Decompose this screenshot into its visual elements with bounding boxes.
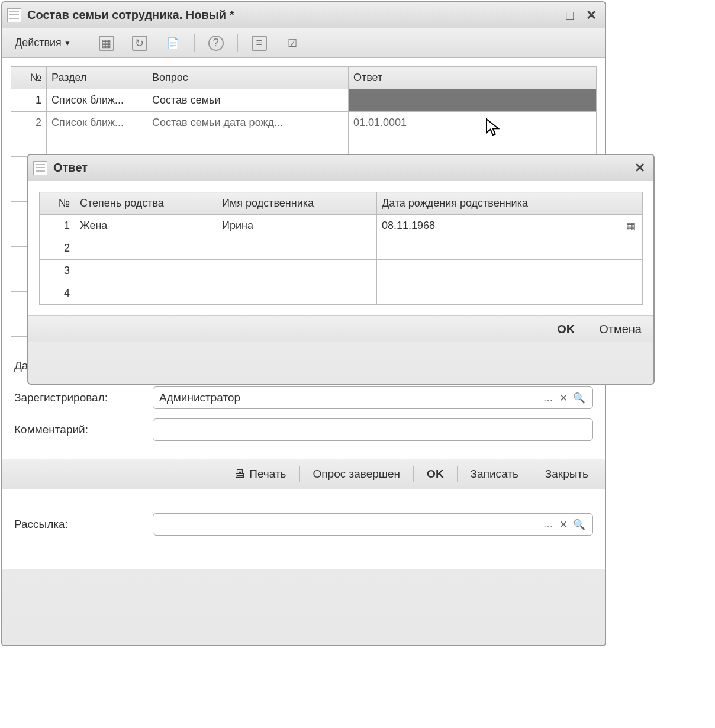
cell-answer: 01.01.0001 (349, 112, 597, 134)
dialog-content: № Степень родства Имя родственника Дата … (28, 181, 653, 315)
print-button[interactable]: 🖶 Печать (227, 465, 293, 483)
search-icon[interactable]: 🔍 (571, 392, 587, 404)
main-title: Состав семьи сотрудника. Новый * (27, 8, 540, 22)
cell-name[interactable]: Ирина (217, 215, 377, 237)
copy-icon: 📄 (165, 36, 181, 51)
cell-dob[interactable] (377, 237, 643, 260)
cell-num: 2 (40, 237, 75, 260)
help-icon: ? (208, 36, 224, 51)
cell-question: Состав семьи (147, 89, 349, 112)
divider (413, 466, 414, 482)
mailing-label: Рассылка: (14, 518, 144, 531)
actions-menu[interactable]: Действия ▼ (8, 33, 78, 54)
divider (457, 466, 458, 482)
actions-label: Действия (15, 37, 62, 49)
chevron-down-icon: ▼ (64, 39, 71, 47)
relatives-row[interactable]: 4 (40, 282, 643, 305)
toolbar-btn-3[interactable]: 📄 (159, 33, 187, 54)
registered-by-value: Администратор (159, 391, 540, 404)
cell-name[interactable] (217, 237, 377, 260)
divider (299, 466, 300, 482)
col-relname[interactable]: Имя родственника (217, 192, 377, 215)
col-answer[interactable]: Ответ (349, 67, 597, 89)
comment-field[interactable] (153, 418, 593, 441)
col-num[interactable]: № (11, 67, 47, 89)
registered-by-label: Зарегистрировал: (14, 391, 144, 404)
cell-relation[interactable] (75, 260, 217, 282)
relatives-grid: № Степень родства Имя родственника Дата … (39, 192, 643, 305)
cell-relation[interactable]: Жена (75, 215, 217, 237)
cell-section: Список ближ... (47, 89, 147, 112)
cell-num: 1 (11, 89, 47, 112)
col-relation[interactable]: Степень родства (75, 192, 217, 215)
button-bar: 🖶 Печать Опрос завершен OK Записать Закр… (2, 459, 605, 489)
cell-relation[interactable] (75, 237, 217, 260)
document-icon (7, 8, 21, 22)
close-button[interactable]: ✕ (582, 8, 600, 22)
col-section[interactable]: Раздел (47, 67, 147, 89)
dob-value: 08.11.1968 (382, 220, 435, 232)
cell-answer-selected[interactable] (349, 89, 597, 112)
minimize-button[interactable]: _ (540, 8, 558, 22)
col-dob[interactable]: Дата рождения родственника (377, 192, 643, 215)
calendar-icon[interactable]: ▦ (626, 220, 635, 231)
toolbar-btn-2[interactable]: ↻ (125, 33, 154, 54)
grid-row-empty[interactable] (11, 134, 597, 157)
mailing-field[interactable]: … ✕ 🔍 (153, 513, 593, 536)
toolbar-btn-1[interactable]: ▦ (92, 33, 121, 54)
separator (194, 34, 195, 52)
relatives-row[interactable]: 1 Жена Ирина 08.11.1968 ▦ (40, 215, 643, 237)
print-label: Печать (249, 468, 286, 481)
table-icon: ▦ (99, 36, 114, 51)
cell-section: Список ближ... (47, 112, 147, 134)
save-button[interactable]: Записать (463, 465, 526, 483)
toolbar-btn-5[interactable]: ☑ (278, 33, 307, 54)
registered-by-field[interactable]: Администратор … ✕ 🔍 (153, 386, 593, 409)
relatives-row[interactable]: 2 (40, 237, 643, 260)
main-toolbar: Действия ▼ ▦ ↻ 📄 ? ≡ ☑ (2, 28, 605, 58)
divider (587, 322, 587, 336)
separator (85, 34, 85, 52)
search-icon[interactable]: 🔍 (571, 518, 587, 531)
ok-button[interactable]: OK (420, 465, 451, 483)
maximize-button[interactable]: □ (561, 8, 579, 22)
list-icon: ≡ (252, 36, 267, 51)
close-form-button[interactable]: Закрыть (538, 465, 595, 483)
relatives-row[interactable]: 3 (40, 260, 643, 282)
toolbar-btn-4[interactable]: ≡ (245, 33, 273, 54)
col-question[interactable]: Вопрос (147, 67, 349, 89)
cell-relation[interactable] (75, 282, 217, 305)
clear-icon[interactable]: ✕ (556, 518, 571, 531)
dialog-footer: OK Отмена (28, 315, 653, 342)
cell-name[interactable] (217, 260, 377, 282)
col-num[interactable]: № (40, 192, 75, 215)
cell-question: Состав семьи дата рожд... (147, 112, 349, 134)
cell-name[interactable] (217, 282, 377, 305)
separator (237, 34, 238, 52)
refresh-icon: ↻ (132, 36, 147, 51)
divider (532, 466, 532, 482)
cell-dob[interactable] (377, 260, 643, 282)
toolbar-help[interactable]: ? (202, 33, 230, 54)
dialog-title: Ответ (53, 161, 631, 175)
grid-row[interactable]: 2 Список ближ... Состав семьи дата рожд.… (11, 112, 597, 134)
checklist-icon: ☑ (285, 36, 300, 51)
cell-dob[interactable] (377, 282, 643, 305)
answer-dialog: Ответ ✕ № Степень родства Имя родственни… (27, 154, 655, 385)
survey-done-button[interactable]: Опрос завершен (306, 465, 408, 483)
clear-icon[interactable]: ✕ (556, 392, 571, 404)
comment-label: Комментарий: (14, 423, 144, 436)
select-icon[interactable]: … (540, 518, 556, 530)
select-icon[interactable]: … (540, 392, 556, 404)
dialog-cancel-button[interactable]: Отмена (599, 323, 642, 336)
dialog-close-button[interactable]: ✕ (631, 161, 649, 175)
grid-row[interactable]: 1 Список ближ... Состав семьи (11, 89, 597, 112)
cell-num: 1 (40, 215, 75, 237)
main-titlebar: Состав семьи сотрудника. Новый * _ □ ✕ (2, 2, 605, 28)
print-icon: 🖶 (234, 468, 246, 481)
mailing-section: Рассылка: … ✕ 🔍 (2, 489, 605, 569)
cell-dob[interactable]: 08.11.1968 ▦ (377, 215, 643, 237)
dialog-ok-button[interactable]: OK (557, 323, 575, 336)
document-icon (33, 161, 47, 175)
cell-num: 4 (40, 282, 75, 305)
